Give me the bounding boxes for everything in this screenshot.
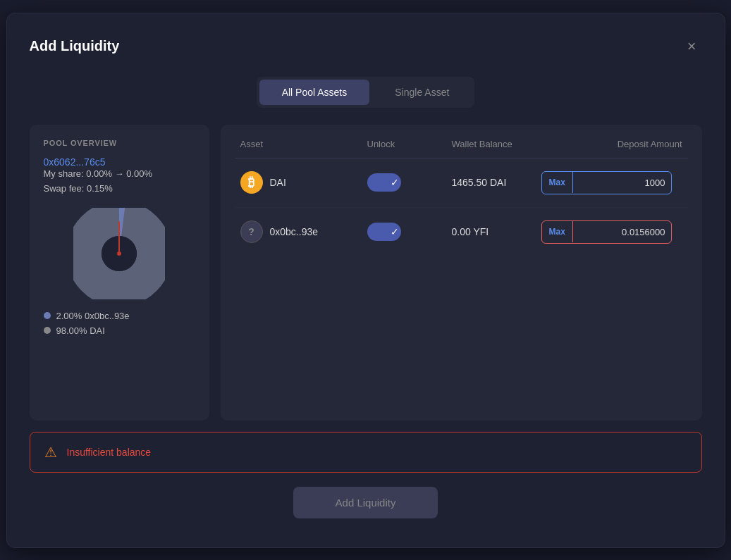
wallet-balance-dai: 1465.50 DAI	[452, 177, 541, 188]
legend-label-0: 2.00% 0x0bc..93e	[56, 311, 130, 321]
wallet-balance-yfi: 0.00 YFI	[452, 226, 541, 237]
add-liquidity-modal: Add Liquidity × All Pool Assets Single A…	[6, 13, 725, 548]
legend-item-1: 98.00% DAI	[44, 325, 195, 336]
deposit-cell-yfi: Max	[541, 220, 682, 244]
max-button-yfi[interactable]: Max	[542, 221, 573, 242]
tab-single-asset[interactable]: Single Asset	[372, 80, 472, 105]
pool-overview-label: POOL OVERVIEW	[44, 139, 195, 147]
toggle-yfi[interactable]: ✓	[367, 223, 401, 241]
unlock-toggle-yfi: ✓	[367, 223, 452, 241]
pool-swap-fee: Swap fee: 0.15%	[44, 183, 195, 194]
pool-address-link[interactable]: 0x6062...76c5	[44, 156, 106, 168]
warning-icon: ⚠	[44, 444, 57, 461]
pool-my-share: My share: 0.00% → 0.00%	[44, 168, 195, 179]
unknown-icon: ?	[240, 220, 263, 243]
alert-message: Insufficient balance	[67, 447, 152, 458]
deposit-cell-dai: Max	[541, 171, 682, 194]
add-liquidity-button[interactable]: Add Liquidity	[293, 487, 438, 518]
modal-header: Add Liquidity ×	[30, 36, 702, 57]
content-area: POOL OVERVIEW 0x6062...76c5 My share: 0.…	[30, 125, 702, 421]
col-unlock: Unlock	[367, 139, 452, 149]
legend-item-0: 2.00% 0x0bc..93e	[44, 311, 195, 321]
legend-dot-0	[44, 312, 51, 319]
table-row: ₿ DAI ✓ 1465.50 DAI Max	[235, 158, 688, 208]
unlock-toggle-dai: ✓	[367, 173, 452, 192]
toggle-check-yfi: ✓	[391, 227, 399, 237]
deposit-input-wrapper-dai: Max	[541, 171, 672, 194]
pool-overview-card: POOL OVERVIEW 0x6062...76c5 My share: 0.…	[30, 125, 209, 421]
footer-actions: Add Liquidity	[30, 487, 702, 518]
col-wallet-balance: Wallet Balance	[452, 139, 541, 149]
tab-container: All Pool Assets Single Asset	[30, 77, 702, 108]
deposit-input-dai[interactable]	[573, 172, 671, 194]
tab-all-pool-assets[interactable]: All Pool Assets	[259, 80, 370, 105]
asset-name-yfi: 0x0bc..93e	[270, 226, 319, 237]
table-header: Asset Unlock Wallet Balance Deposit Amou…	[235, 139, 688, 158]
max-button-dai[interactable]: Max	[542, 172, 573, 193]
pie-chart-container	[44, 208, 195, 299]
toggle-check-dai: ✓	[391, 178, 399, 187]
col-asset: Asset	[240, 139, 367, 149]
modal-title: Add Liquidity	[30, 38, 120, 54]
asset-name-dai: DAI	[270, 177, 286, 188]
legend-label-1: 98.00% DAI	[56, 325, 105, 336]
chart-legend: 2.00% 0x0bc..93e 98.00% DAI	[44, 311, 195, 336]
close-button[interactable]: ×	[682, 36, 702, 57]
asset-info-dai: ₿ DAI	[240, 171, 367, 194]
deposit-input-yfi[interactable]	[573, 221, 671, 243]
svg-point-4	[117, 251, 121, 256]
alert-box: ⚠ Insufficient balance	[30, 432, 702, 473]
col-deposit-amount: Deposit Amount	[541, 139, 682, 149]
deposit-input-wrapper-yfi: Max	[541, 220, 672, 244]
toggle-dai[interactable]: ✓	[367, 173, 401, 192]
legend-dot-1	[44, 327, 51, 334]
tab-group: All Pool Assets Single Asset	[257, 77, 475, 108]
pie-chart	[73, 208, 165, 299]
assets-panel: Asset Unlock Wallet Balance Deposit Amou…	[221, 125, 702, 421]
table-row: ? 0x0bc..93e ✓ 0.00 YFI Max	[235, 208, 688, 256]
asset-info-yfi: ? 0x0bc..93e	[240, 220, 367, 243]
dai-icon: ₿	[240, 171, 263, 194]
